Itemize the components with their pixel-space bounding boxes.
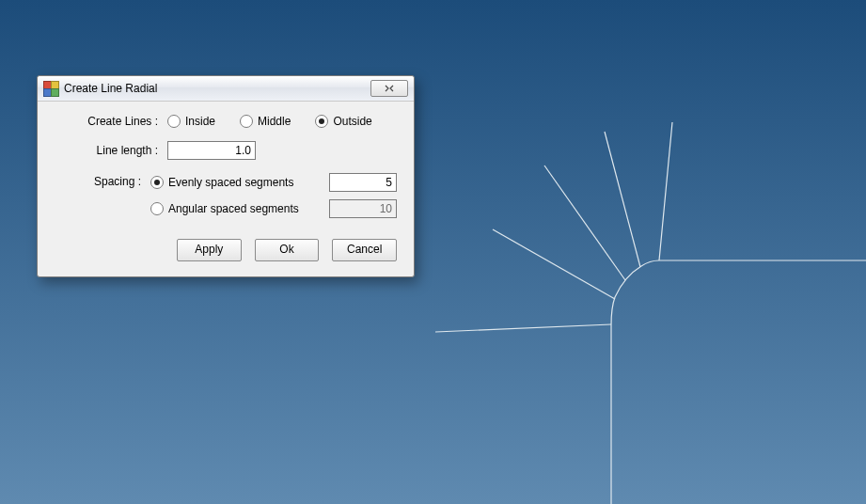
line-length-row: Line length : xyxy=(55,141,397,160)
radio-angular-label: Angular spaced segments xyxy=(168,202,299,215)
radial-line xyxy=(659,122,672,260)
radio-dot-icon xyxy=(150,176,164,189)
even-spacing-input[interactable] xyxy=(329,173,397,192)
radio-dot-icon xyxy=(167,115,181,128)
line-length-label: Line length : xyxy=(55,144,167,157)
radio-outside[interactable]: Outside xyxy=(315,115,371,128)
create-lines-row: Create Lines : Inside Middle Outside xyxy=(55,115,397,128)
radial-line xyxy=(605,132,640,267)
radio-middle-label: Middle xyxy=(258,115,291,128)
radial-line xyxy=(544,165,625,280)
radio-even-spacing[interactable]: Evenly spaced segments xyxy=(150,176,329,189)
radio-angular-spacing[interactable]: Angular spaced segments xyxy=(150,202,329,215)
create-lines-label: Create Lines : xyxy=(55,115,167,128)
radio-middle[interactable]: Middle xyxy=(240,115,291,128)
spacing-label: Spacing : xyxy=(55,173,150,188)
angular-spacing-input xyxy=(329,199,397,218)
radio-dot-icon xyxy=(315,115,328,128)
apply-button[interactable]: Apply xyxy=(177,239,242,261)
radio-dot-icon xyxy=(240,115,253,128)
radio-inside-label: Inside xyxy=(185,115,215,128)
cancel-button[interactable]: Cancel xyxy=(332,239,397,261)
dialog-titlebar[interactable]: Create Line Radial xyxy=(38,76,414,102)
radial-line xyxy=(435,324,611,332)
radio-outside-label: Outside xyxy=(333,115,371,128)
line-length-input[interactable] xyxy=(167,141,256,160)
close-icon xyxy=(383,85,396,92)
ok-button[interactable]: Ok xyxy=(255,239,320,261)
dialog-body: Create Lines : Inside Middle Outside Lin… xyxy=(38,102,414,276)
radio-inside[interactable]: Inside xyxy=(167,115,215,128)
close-button[interactable] xyxy=(370,80,408,97)
radio-even-label: Evenly spaced segments xyxy=(168,176,293,189)
dialog-title: Create Line Radial xyxy=(64,82,157,95)
create-line-radial-dialog: Create Line Radial Create Lines : Inside… xyxy=(37,75,415,277)
app-icon xyxy=(43,81,58,96)
button-row: Apply Ok Cancel xyxy=(177,239,397,261)
spacing-row: Spacing : Evenly spaced segments Angular… xyxy=(55,173,397,218)
radio-dot-icon xyxy=(150,202,164,215)
